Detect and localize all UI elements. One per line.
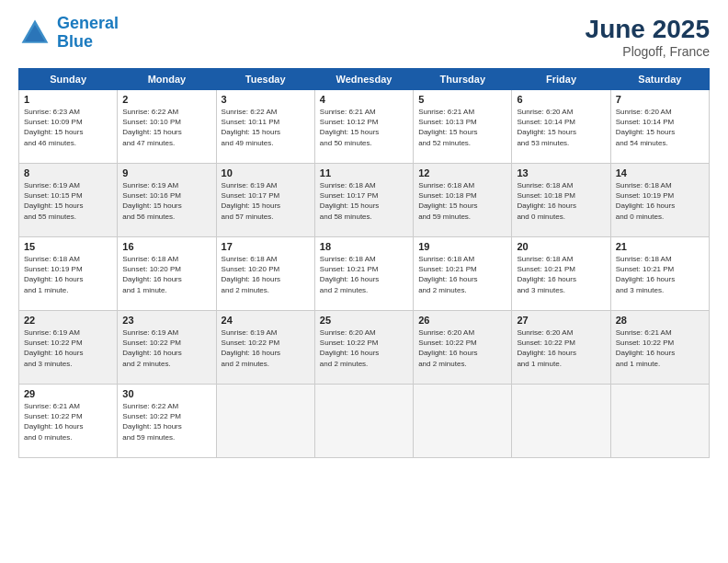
calendar-day	[314, 385, 413, 458]
day-info: Sunrise: 6:21 AM Sunset: 10:22 PM Daylig…	[616, 327, 704, 369]
day-number: 26	[418, 315, 506, 326]
day-info: Sunrise: 6:22 AM Sunset: 10:10 PM Daylig…	[122, 107, 210, 148]
calendar-day: 28Sunrise: 6:21 AM Sunset: 10:22 PM Dayl…	[610, 311, 709, 385]
day-info: Sunrise: 6:21 AM Sunset: 10:13 PM Daylig…	[418, 107, 506, 148]
day-info: Sunrise: 6:18 AM Sunset: 10:20 PM Daylig…	[222, 254, 310, 295]
day-number: 13	[517, 167, 605, 178]
day-number: 15	[24, 241, 112, 252]
calendar-day: 27Sunrise: 6:20 AM Sunset: 10:22 PM Dayl…	[512, 311, 610, 385]
day-info: Sunrise: 6:19 AM Sunset: 10:22 PM Daylig…	[222, 327, 310, 369]
calendar-week-4: 29Sunrise: 6:21 AM Sunset: 10:22 PM Dayl…	[19, 385, 710, 458]
day-number: 16	[122, 241, 210, 252]
day-number: 18	[320, 241, 408, 252]
calendar-day: 2Sunrise: 6:22 AM Sunset: 10:10 PM Dayli…	[118, 90, 216, 164]
day-number: 6	[517, 94, 605, 105]
day-number: 20	[517, 241, 605, 252]
calendar-day	[610, 385, 709, 458]
calendar-day: 14Sunrise: 6:18 AM Sunset: 10:19 PM Dayl…	[610, 164, 709, 237]
day-info: Sunrise: 6:19 AM Sunset: 10:17 PM Daylig…	[222, 180, 310, 222]
day-info: Sunrise: 6:19 AM Sunset: 10:16 PM Daylig…	[122, 180, 210, 222]
page: General Blue June 2025 Plogoff, France S…	[0, 0, 728, 563]
calendar-day	[512, 385, 610, 458]
day-number: 9	[122, 167, 210, 178]
calendar-day: 9Sunrise: 6:19 AM Sunset: 10:16 PM Dayli…	[118, 164, 216, 237]
logo-icon	[18, 17, 51, 50]
calendar-day: 13Sunrise: 6:18 AM Sunset: 10:18 PM Dayl…	[512, 164, 610, 237]
logo-general: General	[57, 14, 119, 32]
day-info: Sunrise: 6:23 AM Sunset: 10:09 PM Daylig…	[24, 107, 112, 148]
day-number: 17	[222, 241, 310, 252]
calendar-day: 11Sunrise: 6:18 AM Sunset: 10:17 PM Dayl…	[314, 164, 413, 237]
day-info: Sunrise: 6:22 AM Sunset: 10:11 PM Daylig…	[222, 107, 310, 148]
main-title: June 2025	[586, 15, 710, 44]
calendar-day: 1Sunrise: 6:23 AM Sunset: 10:09 PM Dayli…	[19, 90, 118, 164]
calendar-day: 22Sunrise: 6:19 AM Sunset: 10:22 PM Dayl…	[19, 311, 118, 385]
calendar-header-row: SundayMondayTuesdayWednesdayThursdayFrid…	[19, 69, 710, 90]
calendar-day: 18Sunrise: 6:18 AM Sunset: 10:21 PM Dayl…	[314, 237, 413, 311]
day-info: Sunrise: 6:19 AM Sunset: 10:22 PM Daylig…	[24, 327, 112, 369]
day-number: 5	[418, 94, 506, 105]
day-info: Sunrise: 6:18 AM Sunset: 10:19 PM Daylig…	[616, 180, 704, 222]
logo: General Blue	[18, 15, 119, 52]
day-info: Sunrise: 6:20 AM Sunset: 10:22 PM Daylig…	[418, 327, 506, 369]
calendar-day: 19Sunrise: 6:18 AM Sunset: 10:21 PM Dayl…	[414, 237, 512, 311]
day-info: Sunrise: 6:20 AM Sunset: 10:14 PM Daylig…	[616, 107, 704, 148]
day-number: 12	[418, 167, 506, 178]
day-info: Sunrise: 6:18 AM Sunset: 10:18 PM Daylig…	[418, 180, 506, 222]
calendar-day: 26Sunrise: 6:20 AM Sunset: 10:22 PM Dayl…	[414, 311, 512, 385]
calendar-day: 6Sunrise: 6:20 AM Sunset: 10:14 PM Dayli…	[512, 90, 610, 164]
calendar-day: 21Sunrise: 6:18 AM Sunset: 10:21 PM Dayl…	[610, 237, 709, 311]
day-info: Sunrise: 6:18 AM Sunset: 10:17 PM Daylig…	[320, 180, 408, 222]
col-header-thursday: Thursday	[414, 69, 512, 90]
calendar-day: 16Sunrise: 6:18 AM Sunset: 10:20 PM Dayl…	[118, 237, 216, 311]
day-number: 10	[222, 167, 310, 178]
calendar-day: 24Sunrise: 6:19 AM Sunset: 10:22 PM Dayl…	[216, 311, 314, 385]
calendar-week-1: 8Sunrise: 6:19 AM Sunset: 10:15 PM Dayli…	[19, 164, 710, 237]
day-number: 24	[222, 315, 310, 326]
day-number: 14	[616, 167, 704, 178]
day-number: 28	[616, 315, 704, 326]
day-number: 4	[320, 94, 408, 105]
day-info: Sunrise: 6:18 AM Sunset: 10:20 PM Daylig…	[122, 254, 210, 295]
day-info: Sunrise: 6:21 AM Sunset: 10:22 PM Daylig…	[24, 401, 112, 442]
day-number: 8	[24, 167, 112, 178]
day-number: 29	[24, 388, 112, 399]
calendar-week-2: 15Sunrise: 6:18 AM Sunset: 10:19 PM Dayl…	[19, 237, 710, 311]
day-number: 27	[517, 315, 605, 326]
calendar-day: 30Sunrise: 6:22 AM Sunset: 10:22 PM Dayl…	[118, 385, 216, 458]
day-info: Sunrise: 6:21 AM Sunset: 10:12 PM Daylig…	[320, 107, 408, 148]
day-info: Sunrise: 6:22 AM Sunset: 10:22 PM Daylig…	[122, 401, 210, 442]
calendar-day	[414, 385, 512, 458]
col-header-monday: Monday	[118, 69, 216, 90]
day-number: 30	[122, 388, 210, 399]
day-info: Sunrise: 6:19 AM Sunset: 10:22 PM Daylig…	[122, 327, 210, 369]
calendar-day: 17Sunrise: 6:18 AM Sunset: 10:20 PM Dayl…	[216, 237, 314, 311]
calendar-day: 25Sunrise: 6:20 AM Sunset: 10:22 PM Dayl…	[314, 311, 413, 385]
calendar-day: 12Sunrise: 6:18 AM Sunset: 10:18 PM Dayl…	[414, 164, 512, 237]
day-number: 21	[616, 241, 704, 252]
day-number: 11	[320, 167, 408, 178]
calendar-day: 8Sunrise: 6:19 AM Sunset: 10:15 PM Dayli…	[19, 164, 118, 237]
day-number: 7	[616, 94, 704, 105]
col-header-wednesday: Wednesday	[314, 69, 413, 90]
day-info: Sunrise: 6:18 AM Sunset: 10:19 PM Daylig…	[24, 254, 112, 295]
calendar-day: 3Sunrise: 6:22 AM Sunset: 10:11 PM Dayli…	[216, 90, 314, 164]
logo-text: General Blue	[57, 15, 119, 52]
calendar-week-0: 1Sunrise: 6:23 AM Sunset: 10:09 PM Dayli…	[19, 90, 710, 164]
day-number: 23	[122, 315, 210, 326]
header: General Blue June 2025 Plogoff, France	[18, 15, 710, 59]
day-info: Sunrise: 6:20 AM Sunset: 10:14 PM Daylig…	[517, 107, 605, 148]
day-info: Sunrise: 6:18 AM Sunset: 10:18 PM Daylig…	[517, 180, 605, 222]
day-number: 3	[222, 94, 310, 105]
col-header-tuesday: Tuesday	[216, 69, 314, 90]
day-number: 19	[418, 241, 506, 252]
day-info: Sunrise: 6:18 AM Sunset: 10:21 PM Daylig…	[418, 254, 506, 295]
calendar-day	[216, 385, 314, 458]
col-header-sunday: Sunday	[19, 69, 118, 90]
calendar-day: 15Sunrise: 6:18 AM Sunset: 10:19 PM Dayl…	[19, 237, 118, 311]
title-block: June 2025 Plogoff, France	[586, 15, 710, 59]
day-number: 2	[122, 94, 210, 105]
calendar-day: 7Sunrise: 6:20 AM Sunset: 10:14 PM Dayli…	[610, 90, 709, 164]
calendar-day: 23Sunrise: 6:19 AM Sunset: 10:22 PM Dayl…	[118, 311, 216, 385]
subtitle: Plogoff, France	[586, 44, 710, 59]
